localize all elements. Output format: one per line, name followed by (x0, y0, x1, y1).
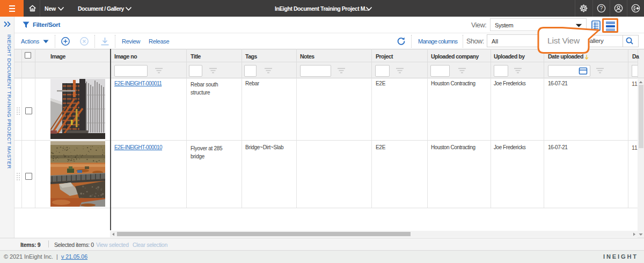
svg-text:List View: List View (547, 36, 580, 45)
svg-text:?: ? (600, 5, 603, 11)
